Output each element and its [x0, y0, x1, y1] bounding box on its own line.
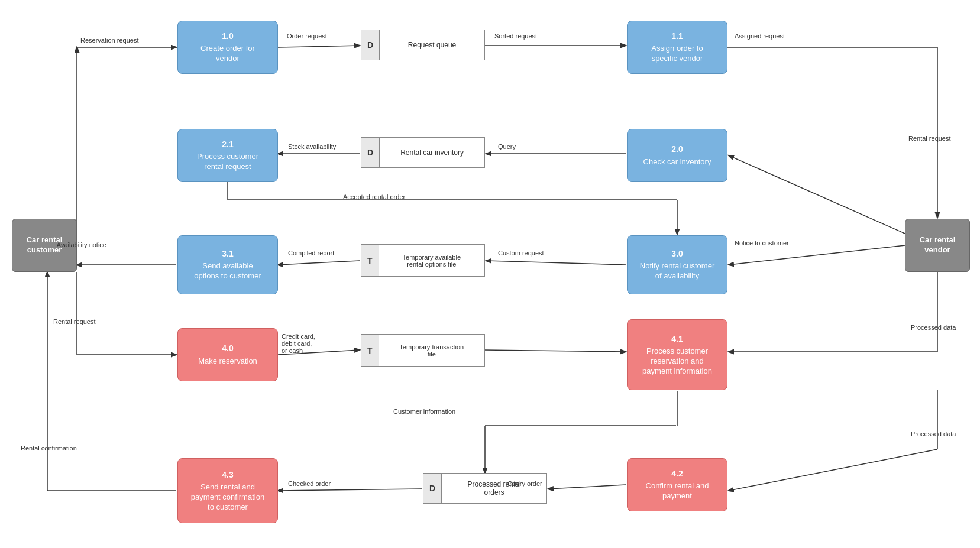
flow-label-order-request: Order request: [287, 33, 327, 40]
process-3-1: 3.1 Send availableoptions to customer: [177, 235, 278, 294]
process-2-0: 2.0 Check car inventory: [627, 129, 727, 182]
flow-label-processed-data-2: Processed data: [911, 430, 956, 437]
flow-label-rental-request: Rental request: [53, 318, 96, 325]
flow-label-custom-request: Custom request: [498, 249, 544, 257]
flow-label-compiled-report: Compiled report: [288, 249, 334, 257]
process-4-1: 4.1 Process customerreservation andpayme…: [627, 319, 727, 390]
entity-car-rental-vendor: Car rental vendor: [905, 219, 970, 272]
flow-label-checked-order: Checked order: [288, 480, 331, 487]
svg-line-12: [729, 245, 905, 265]
svg-line-14: [278, 261, 360, 265]
svg-line-6: [729, 155, 905, 234]
svg-line-2: [278, 46, 360, 47]
flow-label-query-order: Query order: [507, 480, 542, 487]
svg-line-26: [729, 449, 937, 491]
svg-line-13: [486, 261, 626, 265]
process-1-0: 1.0 Create order forvendor: [177, 21, 278, 74]
flow-label-processed-data-1: Processed data: [911, 324, 956, 331]
datastore-temp-available: T Temporary availablerental options file: [361, 244, 485, 277]
svg-line-19: [485, 350, 626, 352]
datastore-temp-transaction: T Temporary transactionfile: [361, 334, 485, 367]
datastore-processed-rental: D Processed rentalorders: [423, 473, 547, 504]
flow-label-sorted-request: Sorted request: [494, 33, 537, 40]
svg-line-27: [548, 485, 626, 489]
flow-label-credit-card: Credit card,debit card,or cash: [282, 333, 335, 354]
flow-label-rental-confirmation: Rental confirmation: [21, 445, 77, 452]
flow-label-reservation-request: Reservation request: [80, 37, 138, 44]
flow-label-accepted-rental-order: Accepted rental order: [343, 193, 405, 200]
process-2-1: 2.1 Process customerrental request: [177, 129, 278, 182]
flow-label-assigned-request: Assigned request: [735, 33, 785, 40]
process-4-0: 4.0 Make reservation: [177, 328, 278, 381]
process-4-2: 4.2 Confirm rental andpayment: [627, 458, 727, 511]
flow-label-stock-availability: Stock availability: [288, 143, 336, 150]
datastore-request-queue: D Request queue: [361, 30, 485, 60]
flow-label-customer-information: Customer information: [393, 408, 455, 415]
flow-label-rental-request-vendor: Rental request: [908, 135, 951, 142]
process-3-0: 3.0 Notify rental customerof availabilit…: [627, 235, 727, 294]
flow-label-availability-notice: Availability notice: [53, 241, 106, 248]
datastore-rental-car-inventory: D Rental car inventory: [361, 137, 485, 168]
dfd-diagram: Car rental customer Car rental vendor 1.…: [0, 0, 980, 548]
flow-label-notice-to-customer: Notice to customer: [735, 239, 789, 247]
process-1-1: 1.1 Assign order tospecific vendor: [627, 21, 727, 74]
arrows-layer: [0, 0, 980, 548]
process-4-3: 4.3 Send rental andpayment confirmationt…: [177, 458, 278, 523]
svg-line-28: [278, 489, 422, 491]
flow-label-query: Query: [498, 143, 516, 150]
